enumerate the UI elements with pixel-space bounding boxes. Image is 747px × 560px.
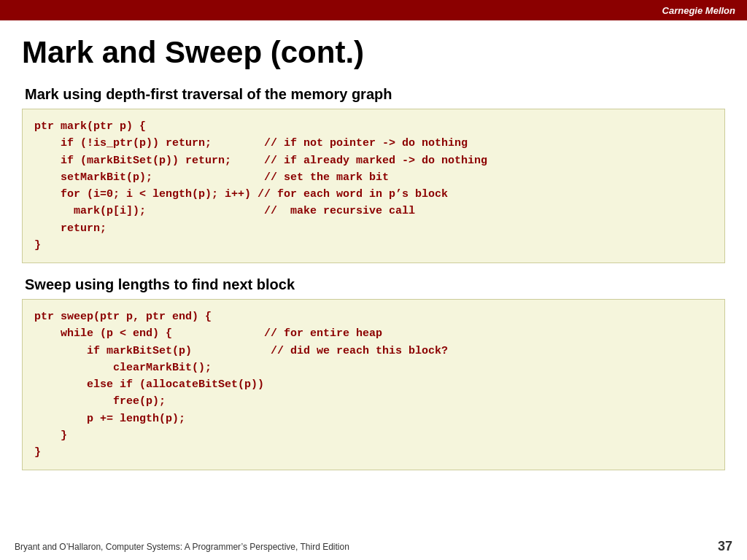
footer-page-number: 37 [718,539,732,554]
header-bar: Carnegie Mellon [0,0,747,20]
main-content: Mark and Sweep (cont.) Mark using depth-… [0,20,747,491]
code-line: free(p); [34,393,713,410]
university-name: Carnegie Mellon [662,5,735,16]
code-line: while (p < end) { // for entire heap [34,325,713,342]
page-title: Mark and Sweep (cont.) [22,35,725,70]
sweep-code-block: ptr sweep(ptr p, ptr end) { while (p < e… [22,299,725,470]
code-line: if (!is_ptr(p)) return; // if not pointe… [34,135,713,152]
code-line: ptr mark(ptr p) { [34,118,713,135]
code-line: clearMarkBit(); [34,359,713,376]
code-line: } [34,427,713,444]
code-line: else if (allocateBitSet(p)) [34,376,713,393]
mark-code-block: ptr mark(ptr p) { if (!is_ptr(p)) return… [22,109,725,263]
mark-section-heading: Mark using depth-first traversal of the … [25,86,725,103]
code-line: if markBitSet(p) // did we reach this bl… [34,343,713,359]
footer: Bryant and O’Hallaron, Computer Systems:… [0,539,747,554]
code-line: return; [34,220,713,237]
code-line: p += length(p); [34,411,713,427]
code-line: setMarkBit(p); // set the mark bit [34,169,713,186]
code-line: } [34,237,713,254]
footer-citation: Bryant and O’Hallaron, Computer Systems:… [15,542,349,552]
code-line: mark(p[i]); // make recursive call [34,203,713,219]
code-line: ptr sweep(ptr p, ptr end) { [34,308,713,325]
code-line: if (markBitSet(p)) return; // if already… [34,152,713,169]
sweep-section-heading: Sweep using lengths to find next block [25,276,725,293]
code-line: for (i=0; i < length(p); i++) // for eac… [34,186,713,203]
code-line: } [34,444,713,461]
